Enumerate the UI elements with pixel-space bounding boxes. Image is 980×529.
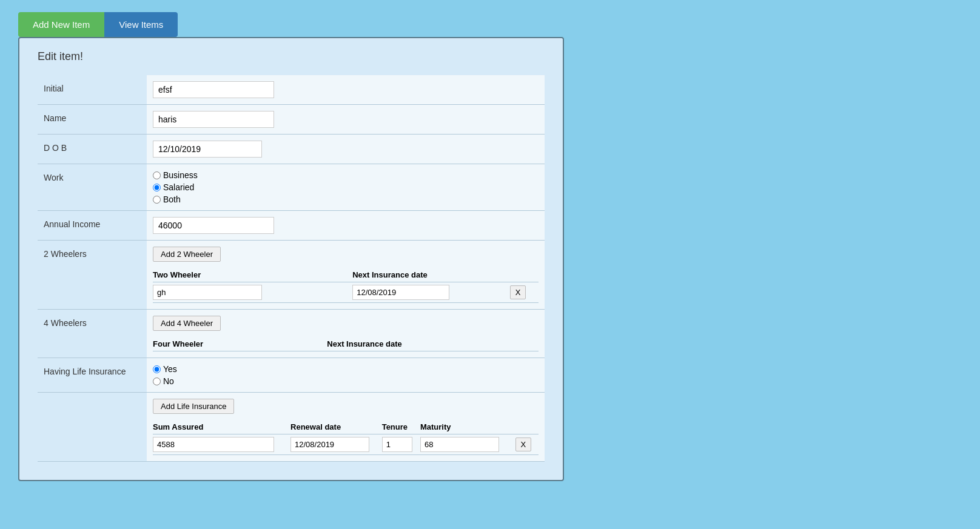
- annual-income-input[interactable]: [153, 217, 274, 234]
- life-maturity-cell: [420, 434, 512, 455]
- work-business-label: Business: [163, 170, 198, 180]
- life-insurance-input-cell: Yes No: [147, 358, 545, 393]
- four-wheelers-label: 4 Wheelers: [38, 310, 147, 358]
- two-wheeler-name-cell: [153, 282, 304, 303]
- add-life-insurance-button[interactable]: Add Life Insurance: [153, 399, 234, 414]
- work-radio-group: Business Salaried Both: [153, 170, 539, 204]
- initial-input-cell: [147, 75, 545, 105]
- work-both-label: Both: [163, 195, 181, 204]
- two-wheeler-date-input[interactable]: [352, 285, 449, 300]
- life-insurance-yes-label: Yes: [163, 364, 177, 374]
- two-wheelers-table: Two Wheeler Next Insurance date X: [153, 268, 539, 303]
- life-sum-input[interactable]: [153, 437, 274, 452]
- view-items-button[interactable]: View Items: [104, 12, 178, 37]
- two-wheeler-action-header: [504, 268, 539, 282]
- four-wheelers-input-cell: Add 4 Wheeler Four Wheeler Next Insuranc…: [147, 310, 545, 358]
- dob-row: D O B: [38, 135, 545, 164]
- four-wheeler-col2-header: Next Insurance date: [254, 337, 539, 351]
- annual-income-input-cell: [147, 211, 545, 241]
- life-insurance-details-cell: Add Life Insurance Sum Assured Renewal d…: [147, 393, 545, 462]
- life-maturity-header: Maturity: [420, 420, 512, 434]
- dob-label: D O B: [38, 135, 147, 164]
- two-wheeler-header-row: Two Wheeler Next Insurance date: [153, 268, 539, 282]
- life-renewal-header: Renewal date: [290, 420, 382, 434]
- add-4wheeler-button[interactable]: Add 4 Wheeler: [153, 316, 221, 331]
- life-insurance-data-row: X: [153, 434, 539, 455]
- life-maturity-input[interactable]: [420, 437, 499, 452]
- life-insurance-details-label: [38, 393, 147, 462]
- life-insurance-no-label: No: [163, 376, 174, 386]
- life-insurance-details-row: Add Life Insurance Sum Assured Renewal d…: [38, 393, 545, 462]
- form-table: Initial Name D O B Work: [38, 75, 545, 462]
- two-wheelers-row: 2 Wheelers Add 2 Wheeler Two Wheeler Nex…: [38, 241, 545, 310]
- life-insurance-no-option[interactable]: No: [153, 376, 539, 386]
- life-renewal-cell: [290, 434, 382, 455]
- two-wheeler-date-cell: [304, 282, 504, 303]
- four-wheeler-col1-header: Four Wheeler: [153, 337, 254, 351]
- life-insurance-yes-radio[interactable]: [153, 365, 161, 373]
- life-sum-cell: [153, 434, 290, 455]
- work-radio-salaried[interactable]: [153, 184, 161, 191]
- work-radio-business[interactable]: [153, 171, 161, 179]
- life-renewal-input[interactable]: [290, 437, 369, 452]
- two-wheeler-remove-button[interactable]: X: [510, 285, 526, 299]
- life-tenure-cell: [382, 434, 420, 455]
- work-option-salaried[interactable]: Salaried: [153, 182, 539, 192]
- four-wheelers-table: Four Wheeler Next Insurance date: [153, 337, 539, 351]
- work-input-cell: Business Salaried Both: [147, 164, 545, 211]
- life-insurance-yes-option[interactable]: Yes: [153, 364, 539, 374]
- work-label: Work: [38, 164, 147, 211]
- four-wheelers-row: 4 Wheelers Add 4 Wheeler Four Wheeler Ne…: [38, 310, 545, 358]
- two-wheeler-col2-header: Next Insurance date: [304, 268, 504, 282]
- two-wheeler-name-input[interactable]: [153, 285, 262, 300]
- dob-input-cell: [147, 135, 545, 164]
- dob-input[interactable]: [153, 141, 262, 158]
- life-insurance-radio-group: Yes No: [153, 364, 539, 386]
- life-sum-header: Sum Assured: [153, 420, 290, 434]
- edit-item-form: Edit item! Initial Name D O B Work: [18, 37, 564, 481]
- two-wheeler-data-row: X: [153, 282, 539, 303]
- work-option-business[interactable]: Business: [153, 170, 539, 180]
- initial-input[interactable]: [153, 81, 274, 98]
- life-insurance-table: Sum Assured Renewal date Tenure Maturity: [153, 420, 539, 455]
- life-insurance-row: Having Life Insurance Yes No: [38, 358, 545, 393]
- two-wheeler-remove-cell: X: [504, 282, 539, 303]
- work-salaried-label: Salaried: [163, 182, 194, 192]
- two-wheelers-label: 2 Wheelers: [38, 241, 147, 310]
- add-new-item-button[interactable]: Add New Item: [18, 12, 104, 37]
- work-option-both[interactable]: Both: [153, 195, 539, 204]
- name-label: Name: [38, 105, 147, 135]
- form-title: Edit item!: [38, 50, 545, 63]
- life-insurance-no-radio[interactable]: [153, 378, 161, 385]
- name-input[interactable]: [153, 111, 274, 128]
- initial-row: Initial: [38, 75, 545, 105]
- work-row: Work Business Salaried Both: [38, 164, 545, 211]
- name-input-cell: [147, 105, 545, 135]
- life-insurance-remove-button[interactable]: X: [515, 438, 532, 451]
- life-tenure-header: Tenure: [382, 420, 420, 434]
- four-wheeler-header-row: Four Wheeler Next Insurance date: [153, 337, 539, 351]
- life-tenure-input[interactable]: [382, 437, 412, 452]
- initial-label: Initial: [38, 75, 147, 105]
- work-radio-both[interactable]: [153, 196, 161, 204]
- life-action-header: [512, 420, 539, 434]
- annual-income-label: Annual Income: [38, 211, 147, 241]
- life-insurance-label: Having Life Insurance: [38, 358, 147, 393]
- two-wheelers-input-cell: Add 2 Wheeler Two Wheeler Next Insurance…: [147, 241, 545, 310]
- life-remove-cell: X: [512, 434, 539, 455]
- annual-income-row: Annual Income: [38, 211, 545, 241]
- two-wheeler-col1-header: Two Wheeler: [153, 268, 304, 282]
- add-2wheeler-button[interactable]: Add 2 Wheeler: [153, 247, 221, 262]
- life-insurance-header-row: Sum Assured Renewal date Tenure Maturity: [153, 420, 539, 434]
- name-row: Name: [38, 105, 545, 135]
